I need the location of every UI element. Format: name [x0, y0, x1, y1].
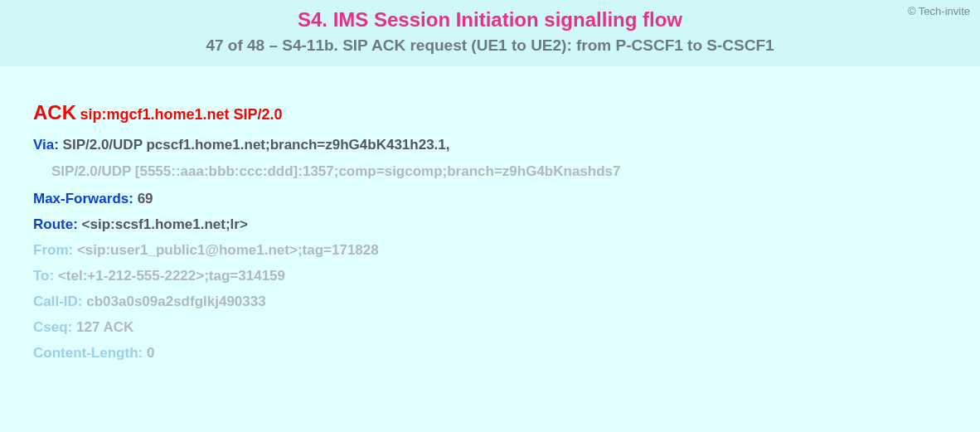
from-header-name: From: [33, 242, 73, 258]
cseq-header-name: Cseq: [33, 319, 72, 335]
route-header-name: Route: [33, 216, 78, 232]
contentlength-header-name: Content-Length: [33, 345, 143, 361]
via-header-name: Via: [33, 137, 59, 153]
cseq-header-value: 127 ACK [76, 319, 133, 335]
sip-request-line: ACK sip:mgcf1.home1.net SIP/2.0 [33, 101, 980, 124]
to-header-value: <tel:+1-212-555-2222>;tag=314159 [58, 268, 285, 284]
to-header-name: To: [33, 268, 54, 284]
from-header-value: <sip:user1_public1@home1.net>;tag=171828 [77, 242, 379, 258]
contentlength-header: Content-Length: 0 [33, 346, 980, 360]
sip-message-content: ACK sip:mgcf1.home1.net SIP/2.0 Via: SIP… [0, 66, 980, 360]
document-header: © Tech-invite S4. IMS Session Initiation… [0, 0, 980, 66]
via-header-continuation: SIP/2.0/UDP [5555::aaa:bbb:ccc:ddd]:1357… [33, 163, 980, 180]
maxforwards-header-value: 69 [138, 191, 153, 206]
sip-method: ACK [33, 101, 76, 124]
via-header: Via: SIP/2.0/UDP pcscf1.home1.net;branch… [33, 138, 980, 152]
cseq-header: Cseq: 127 ACK [33, 320, 980, 334]
route-header-value: <sip:scsf1.home1.net;lr> [82, 216, 248, 232]
callid-header-name: Call-ID: [33, 294, 83, 309]
contentlength-header-value: 0 [147, 345, 154, 361]
callid-header: Call-ID: cb03a0s09a2sdfglkj490333 [33, 294, 980, 308]
route-header: Route: <sip:scsf1.home1.net;lr> [33, 217, 980, 231]
page-title: S4. IMS Session Initiation signalling fl… [0, 8, 980, 32]
from-header: From: <sip:user1_public1@home1.net>;tag=… [33, 243, 980, 257]
maxforwards-header: Max-Forwards: 69 [33, 192, 980, 206]
page-subtitle: 47 of 48 – S4-11b. SIP ACK request (UE1 … [0, 36, 980, 55]
copyright-notice: © Tech-invite [908, 5, 970, 17]
maxforwards-header-name: Max-Forwards: [33, 191, 133, 206]
to-header: To: <tel:+1-212-555-2222>;tag=314159 [33, 269, 980, 283]
sip-request-uri: sip:mgcf1.home1.net SIP/2.0 [80, 106, 282, 123]
via-header-value-1: SIP/2.0/UDP pcscf1.home1.net;branch=z9hG… [63, 137, 450, 153]
callid-header-value: cb03a0s09a2sdfglkj490333 [86, 294, 265, 309]
